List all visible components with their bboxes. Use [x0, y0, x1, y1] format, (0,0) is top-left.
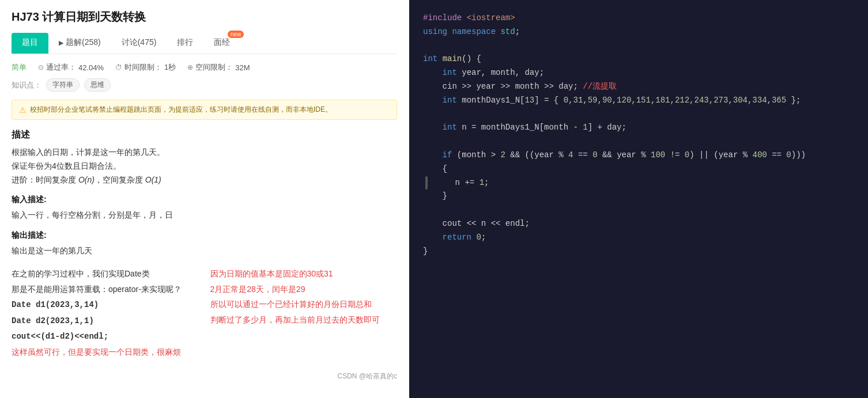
bl-line2: 那是不是能用运算符重载：operator-来实现呢？ [12, 282, 199, 297]
code-line-18: } [423, 245, 854, 259]
desc-line3: 进阶：时间复杂度 O(n)，空间复杂度 O(1) [12, 173, 397, 187]
pass-rate-value: 42.04% [78, 63, 104, 72]
tab-solution-label: 题解(258) [66, 37, 101, 48]
input-desc-text: 输入一行，每行空格分割，分别是年，月，日 [12, 209, 397, 222]
code-line-13-container: n += 1; [423, 176, 854, 190]
br-line1: 因为日期的值基本是固定的30或31 [210, 266, 398, 282]
tab-solution-icon: ▶ [59, 39, 63, 47]
bl-line3: Date d1(2023,3,14) [12, 297, 199, 313]
code-line-8 [423, 108, 854, 122]
code-line-1: #include <iostream> [423, 12, 854, 25]
code-line-13: n += 1; [436, 176, 489, 190]
desc-line1: 根据输入的日期，计算是这一年的第几天。 [12, 146, 397, 160]
bl-line1: 在之前的学习过程中，我们实现Date类 [12, 266, 199, 282]
code-line-10 [423, 135, 854, 149]
output-desc-title: 输出描述: [12, 230, 397, 241]
time-limit-label: 时间限制： [124, 62, 162, 73]
br-line4: 判断过了多少月，再加上当前月过去的天数即可 [210, 312, 398, 328]
new-badge: new [228, 31, 244, 38]
warning-box: ⚠ 校招时部分企业笔试将禁止编程题跳出页面，为提前适应，练习时请使用在线自测，而… [12, 100, 397, 120]
pass-rate-label: 通过率： [46, 62, 76, 73]
time-limit-value: 1秒 [164, 62, 176, 73]
bl-line4: Date d2(2023,1,1) [12, 313, 199, 329]
space-limit-label: 空间限制： [195, 62, 233, 73]
watermark: CSDN @哈茶真的c [12, 372, 397, 381]
bottom-right: 因为日期的值基本是固定的30或31 2月正常是28天，闰年是29 所以可以通过一… [199, 266, 398, 360]
description-title: 描述 [12, 129, 397, 141]
code-line-16: cout << n << endl; [423, 217, 854, 231]
tabs-row: 题目 ▶ 题解(258) 讨论(475) 排行 面经 new [12, 33, 397, 54]
code-line-17: return 0; [423, 231, 854, 245]
page-title: HJ73 计算日期到天数转换 [12, 9, 397, 25]
output-desc-text: 输出是这一年的第几天 [12, 244, 397, 258]
code-line-12: { [423, 162, 854, 176]
bottom-left: 在之前的学习过程中，我们实现Date类 那是不是能用运算符重载：operator… [12, 266, 199, 360]
tag-thinking[interactable]: 思维 [84, 78, 111, 92]
code-line-15 [423, 203, 854, 217]
code-editor: #include <iostream> using namespace std;… [409, 0, 868, 398]
meta-row: 简单 ⊙ 通过率： 42.04% ⏱ 时间限制： 1秒 ⊕ 空间限制： 32M [12, 62, 397, 73]
code-line-6: cin >> year >> month >> day; //流提取 [423, 80, 854, 94]
code-line-9: int n = monthDays1_N[month - 1] + day; [423, 121, 854, 135]
tags-row: 知识点： 字符串 思维 [12, 78, 397, 92]
difficulty-badge: 简单 [12, 62, 27, 73]
tab-rank-label: 排行 [177, 37, 193, 48]
code-line-4: int main() { [423, 52, 854, 66]
bl-line5: cout<<(d1-d2)<<endl; [12, 328, 199, 344]
tab-discuss-label: 讨论(475) [122, 37, 157, 48]
bottom-area: 在之前的学习过程中，我们实现Date类 那是不是能用运算符重载：operator… [12, 266, 397, 360]
tab-interview-label: 面经 [214, 37, 230, 48]
code-line-5: int year, month, day; [423, 66, 854, 80]
tab-solution[interactable]: ▶ 题解(258) [48, 33, 111, 54]
warning-icon: ⚠ [19, 105, 27, 115]
check-icon: ⊙ [38, 63, 44, 71]
code-line-3 [423, 39, 854, 53]
code-line-7: int monthDays1_N[13] = { 0,31,59,90,120,… [423, 94, 854, 108]
tab-discuss[interactable]: 讨论(475) [111, 33, 167, 54]
bl-line6: 这样虽然可行，但是要实现一个日期类，很麻烦 [12, 344, 199, 360]
tab-problem[interactable]: 题目 [12, 33, 48, 54]
time-limit-item: ⏱ 时间限制： 1秒 [115, 62, 176, 73]
tag-string[interactable]: 字符串 [46, 78, 80, 92]
warning-text: 校招时部分企业笔试将禁止编程题跳出页面，为提前适应，练习时请使用在线自测，而非本… [30, 105, 332, 115]
right-panel: #include <iostream> using namespace std;… [409, 0, 868, 398]
tab-rank[interactable]: 排行 [167, 33, 203, 54]
input-desc-title: 输入描述: [12, 195, 397, 205]
desc-line2: 保证年份为4位数且日期合法。 [12, 160, 397, 173]
clock-icon: ⏱ [115, 63, 122, 71]
main-container: HJ73 计算日期到天数转换 题目 ▶ 题解(258) 讨论(475) 排行 面… [0, 0, 868, 398]
br-line2: 2月正常是28天，闰年是29 [210, 282, 398, 297]
db-icon: ⊕ [187, 63, 193, 71]
description-body: 根据输入的日期，计算是这一年的第几天。 保证年份为4位数且日期合法。 进阶：时间… [12, 146, 397, 187]
code-bar [425, 176, 428, 190]
code-line-14: } [423, 189, 854, 203]
left-panel: HJ73 计算日期到天数转换 题目 ▶ 题解(258) 讨论(475) 排行 面… [0, 0, 409, 398]
code-line-11: if (month > 2 && ((year % 4 == 0 && year… [423, 149, 854, 162]
tab-interview[interactable]: 面经 new [203, 33, 240, 54]
pass-rate-item: ⊙ 通过率： 42.04% [38, 62, 104, 73]
code-line-2: using namespace std; [423, 25, 854, 39]
br-line3: 所以可以通过一个已经计算好的月份日期总和 [210, 297, 398, 312]
space-limit-value: 32M [235, 63, 250, 72]
space-limit-item: ⊕ 空间限制： 32M [187, 62, 250, 73]
tab-problem-label: 题目 [22, 37, 38, 48]
tags-label: 知识点： [12, 80, 41, 90]
